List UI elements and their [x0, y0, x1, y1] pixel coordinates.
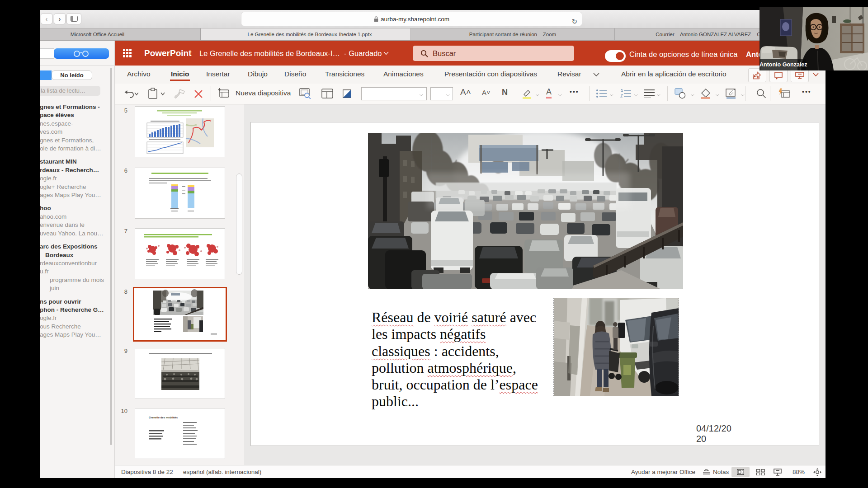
- svg-text:Grenelle des mobilités: Grenelle des mobilités: [149, 416, 178, 419]
